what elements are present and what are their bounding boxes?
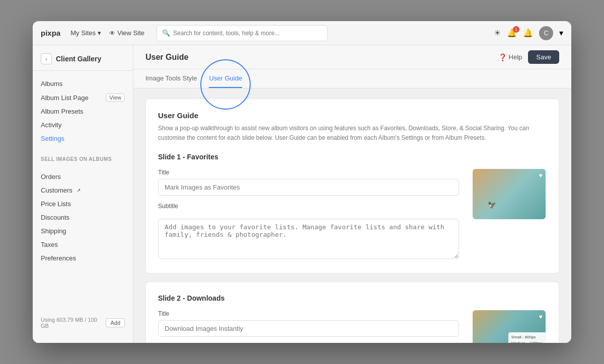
card-title: User Guide xyxy=(158,111,547,120)
search-bar[interactable]: 🔍 xyxy=(157,25,328,41)
tabs-wrapper: Image Tools Style User Guide xyxy=(133,69,571,88)
external-link-icon: ↗ xyxy=(77,188,81,193)
sidebar-item-activity[interactable]: Activity xyxy=(33,118,133,132)
bookmark-icon: ♥ xyxy=(539,313,542,320)
downloads-card: Slide 2 - Downloads Title ♥ xyxy=(145,282,559,343)
sidebar-title: Client Gallery xyxy=(56,55,101,63)
slide1-preview: ♥ 🦅 xyxy=(471,169,547,261)
downloads-preview-image: ♥ Small - 800pxMedium - 1200pxLarge - 20… xyxy=(473,310,546,343)
sidebar-section-label: SELL IMAGES ON ALBUMS xyxy=(33,151,133,164)
save-button[interactable]: Save xyxy=(528,50,559,64)
avatar[interactable]: C xyxy=(539,26,553,40)
search-input[interactable] xyxy=(173,30,322,37)
tabs-bar: Image Tools Style User Guide xyxy=(133,69,571,88)
sidebar-item-label: Price Lists xyxy=(41,200,71,208)
sidebar-item-customers[interactable]: Customers ↗ xyxy=(33,184,133,197)
view-site-label: View Site xyxy=(117,29,144,37)
sidebar-header: ‹ Client Gallery xyxy=(33,53,133,71)
user-guide-card: User Guide Show a pop-up walkthrough to … xyxy=(145,99,559,274)
download-title-field-group: Title xyxy=(158,310,459,337)
slide2-preview: ♥ Small - 800pxMedium - 1200pxLarge - 20… xyxy=(471,310,547,343)
bird-decoration: 🦅 xyxy=(488,201,496,209)
sidebar-item-label: Album List Page xyxy=(41,94,89,102)
content-area: User Guide ❓ Help Save Image Tools Style xyxy=(133,45,571,343)
search-icon: 🔍 xyxy=(162,29,170,37)
title-field-group: Title xyxy=(158,169,459,196)
slide1-form: Title Subtitle xyxy=(158,169,459,261)
card-description: Show a pop-up walkthrough to assist new … xyxy=(158,124,547,143)
question-circle-icon: ❓ xyxy=(498,53,507,61)
topbar-icons: ☀ 🔔 1 🔔 C ▾ xyxy=(494,26,563,40)
sidebar-item-label: Shipping xyxy=(41,227,66,235)
chevron-down-icon: ▾ xyxy=(98,29,101,37)
storage-text: Using 603.79 MB / 100 GB xyxy=(41,317,102,329)
slide2-form: Title xyxy=(158,310,459,343)
tab-label: Image Tools Style xyxy=(145,74,197,82)
slide2-title: Slide 2 - Downloads xyxy=(158,294,547,302)
sidebar-item-label: Album Presets xyxy=(41,108,84,115)
header-actions: ❓ Help Save xyxy=(498,50,559,64)
sidebar-item-label: Discounts xyxy=(41,214,69,221)
sidebar-item-label: Activity xyxy=(41,121,61,129)
slide2-content: Title ♥ Small - 800pxMedium - 1200pxLarg… xyxy=(158,310,547,343)
topbar: pixpa My Sites ▾ 👁 View Site 🔍 ☀ 🔔 1 🔔 C… xyxy=(33,21,571,45)
title-label: Title xyxy=(158,169,459,176)
sidebar-item-price-lists[interactable]: Price Lists xyxy=(33,197,133,211)
favorites-preview-image: ♥ 🦅 xyxy=(473,169,546,219)
slide1-content: Title Subtitle ♥ 🦅 xyxy=(158,169,547,261)
sidebar-item-preferences[interactable]: Preferences xyxy=(33,251,133,265)
sidebar-item-label: Preferences xyxy=(41,254,76,262)
sidebar-item-albums[interactable]: Albums xyxy=(33,77,133,90)
help-label: Help xyxy=(509,53,522,61)
help-button[interactable]: ❓ Help xyxy=(498,53,522,61)
view-button[interactable]: View xyxy=(106,94,125,102)
page-title: User Guide xyxy=(145,53,188,62)
content-body: User Guide Show a pop-up walkthrough to … xyxy=(133,88,571,343)
sidebar-item-label: Albums xyxy=(41,80,62,87)
notification-bell-icon[interactable]: 🔔 1 xyxy=(507,28,517,38)
app-window: pixpa My Sites ▾ 👁 View Site 🔍 ☀ 🔔 1 🔔 C… xyxy=(33,21,571,343)
subtitle-label: Subtitle xyxy=(158,203,459,210)
sidebar-item-shipping[interactable]: Shipping xyxy=(33,224,133,238)
sidebar-item-label: Taxes xyxy=(41,241,58,248)
sun-icon[interactable]: ☀ xyxy=(494,28,501,38)
heart-icon: ♥ xyxy=(539,172,542,179)
alert-icon[interactable]: 🔔 xyxy=(523,28,533,38)
sidebar: ‹ Client Gallery Albums Album List Page … xyxy=(33,45,133,343)
tab-label: User Guide xyxy=(209,74,242,82)
avatar-chevron-icon: ▾ xyxy=(559,28,563,38)
notification-badge: 1 xyxy=(513,26,519,33)
title-input[interactable] xyxy=(158,179,459,196)
sidebar-item-discounts[interactable]: Discounts xyxy=(33,211,133,224)
sidebar-sell-nav: Orders Customers ↗ Price Lists Discounts… xyxy=(33,164,133,271)
my-sites-label: My Sites xyxy=(70,29,96,37)
download-options-overlay: Small - 800pxMedium - 1200pxLarge - 2048… xyxy=(508,332,546,343)
sidebar-item-orders[interactable]: Orders xyxy=(33,170,133,184)
sidebar-item-taxes[interactable]: Taxes xyxy=(33,238,133,251)
add-storage-button[interactable]: Add xyxy=(106,318,125,327)
download-title-label: Title xyxy=(158,310,459,317)
slide1-title: Slide 1 - Favorites xyxy=(158,153,547,161)
storage-info: Using 603.79 MB / 100 GB Add xyxy=(33,311,133,335)
my-sites-button[interactable]: My Sites ▾ xyxy=(70,29,101,37)
sidebar-item-album-list-page[interactable]: Album List Page View xyxy=(33,90,133,105)
sidebar-back-button[interactable]: ‹ xyxy=(41,53,52,64)
eye-icon: 👁 xyxy=(109,30,115,37)
sidebar-item-settings[interactable]: Settings xyxy=(33,132,133,145)
tab-image-tools-style[interactable]: Image Tools Style xyxy=(145,69,197,88)
logo: pixpa xyxy=(41,29,60,37)
sidebar-item-album-presets[interactable]: Album Presets xyxy=(33,105,133,118)
sidebar-item-label: Customers xyxy=(41,187,72,194)
sidebar-item-label: Orders xyxy=(41,173,61,180)
download-title-input[interactable] xyxy=(158,320,459,337)
sidebar-item-label: Settings xyxy=(41,135,64,142)
main-layout: ‹ Client Gallery Albums Album List Page … xyxy=(33,45,571,343)
tab-user-guide[interactable]: User Guide xyxy=(209,69,242,88)
content-header: User Guide ❓ Help Save xyxy=(133,45,571,69)
view-site-button[interactable]: 👁 View Site xyxy=(109,29,144,37)
sidebar-nav: Albums Album List Page View Album Preset… xyxy=(33,71,133,151)
subtitle-input[interactable] xyxy=(158,219,459,259)
